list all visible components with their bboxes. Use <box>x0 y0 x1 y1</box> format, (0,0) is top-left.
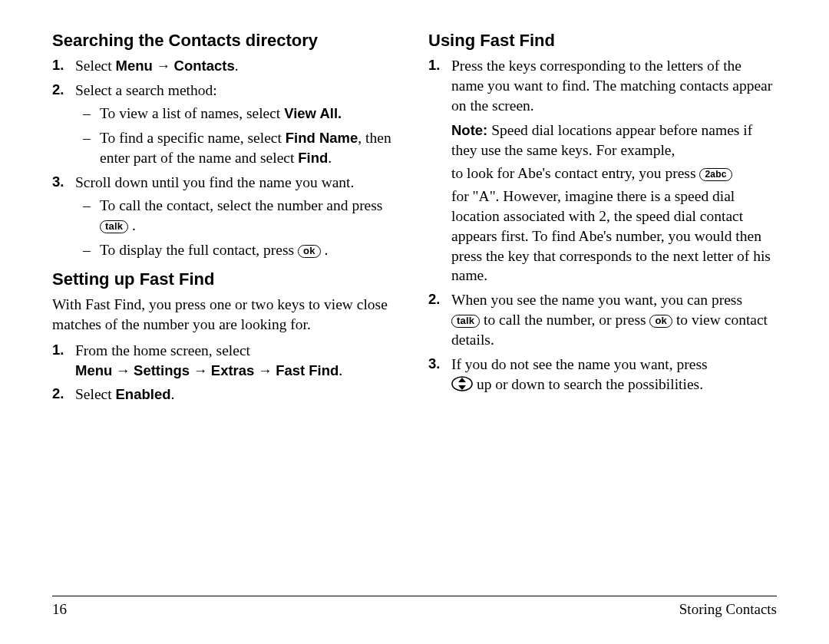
body-text: To call the contact, select the number a… <box>100 197 382 213</box>
body-text: Select <box>75 386 116 402</box>
note-label: Note: <box>451 122 487 138</box>
nav-up-down-icon <box>451 376 473 397</box>
body-text: Speed dial locations appear before names… <box>451 122 752 158</box>
svg-marker-1 <box>458 378 466 382</box>
body-text: From the home screen, select <box>75 342 250 358</box>
step-number: 2. <box>428 290 440 309</box>
path-settings: Settings <box>134 362 190 378</box>
view-all-label: View All. <box>284 105 342 121</box>
two-column-layout: Searching the Contacts directory 1. Sele… <box>52 29 777 644</box>
step-number: 1. <box>52 56 64 75</box>
left-column: Searching the Contacts directory 1. Sele… <box>52 29 401 644</box>
list-item: 2. Select a search method: To view a lis… <box>52 81 401 168</box>
step-number: 2. <box>52 81 64 100</box>
body-text: to look for Abe's contact entry, you pre… <box>451 165 699 181</box>
body-text: Select <box>75 58 116 74</box>
body-text: to call the number, or press <box>480 312 649 328</box>
ok-key-icon: ok <box>649 315 672 328</box>
list-item: To display the full contact, press ok . <box>75 240 401 260</box>
fast-find-intro: With Fast Find, you press one or two key… <box>52 295 401 335</box>
sub-list: To call the contact, select the number a… <box>75 196 401 260</box>
body-text: . <box>171 386 175 402</box>
heading-using-fast-find: Using Fast Find <box>428 29 777 51</box>
body-text: . <box>328 150 332 166</box>
body-text: . <box>128 217 136 233</box>
talk-key-icon: talk <box>451 315 480 328</box>
step-number: 1. <box>428 56 440 75</box>
path-fast-find: Fast Find <box>276 362 339 378</box>
list-item: To find a specific name, select Find Nam… <box>75 128 401 168</box>
using-fast-find-steps: 1. Press the keys corresponding to the l… <box>428 56 777 116</box>
path-extras: Extras <box>211 362 255 378</box>
list-item: 2. When you see the name you want, you c… <box>428 290 777 350</box>
body-text: To find a specific name, select <box>100 130 286 146</box>
list-item: 2. Select Enabled. <box>52 385 401 405</box>
heading-searching-contacts: Searching the Contacts directory <box>52 29 401 51</box>
find-name-label: Find Name <box>286 130 358 146</box>
list-item: 1. From the home screen, select Menu → S… <box>52 341 401 381</box>
list-item: 1. Press the keys corresponding to the l… <box>428 56 777 116</box>
searching-steps: 1. Select Menu → Contacts. 2. Select a s… <box>52 56 401 259</box>
page-number: 16 <box>52 601 67 618</box>
arrow-icon: → <box>112 363 134 378</box>
list-item: To call the contact, select the number a… <box>75 196 401 236</box>
step-number: 1. <box>52 341 64 360</box>
path-menu: Menu <box>75 362 112 378</box>
step-number: 3. <box>52 173 64 192</box>
body-text: When you see the name you want, you can … <box>451 292 742 308</box>
menu-label: Menu <box>116 58 153 74</box>
body-text: To display the full contact, press <box>100 242 298 258</box>
list-item: 3. Scroll down until you find the name y… <box>52 173 401 260</box>
list-item: 1. Select Menu → Contacts. <box>52 56 401 76</box>
arrow-icon: → <box>190 363 211 378</box>
svg-marker-2 <box>458 385 466 390</box>
footer-rule <box>52 596 777 596</box>
body-text: for "A". However, imagine there is a spe… <box>451 187 777 286</box>
body-text: . <box>235 58 239 74</box>
body-text: up or down to search the possibilities. <box>473 376 703 392</box>
enabled-label: Enabled <box>116 386 171 402</box>
body-text: If you do not see the name you want, pre… <box>451 356 708 372</box>
fast-find-steps: 1. From the home screen, select Menu → S… <box>52 341 401 405</box>
using-fast-find-steps-cont: 2. When you see the name you want, you c… <box>428 290 777 397</box>
step-number: 3. <box>428 355 440 374</box>
list-item: 3. If you do not see the name you want, … <box>428 355 777 397</box>
body-text: . <box>321 242 329 258</box>
step-number: 2. <box>52 385 64 404</box>
body-text: . <box>339 362 342 378</box>
body-text: Press the keys corresponding to the lett… <box>451 58 772 114</box>
talk-key-icon: talk <box>100 220 128 233</box>
note-block: Note: Speed dial locations appear before… <box>428 121 777 286</box>
page-footer: 16 Storing Contacts <box>52 596 777 618</box>
two-abc-key-icon: 2abc <box>699 168 732 181</box>
right-column: Using Fast Find 1. Press the keys corres… <box>428 29 777 644</box>
body-text: Select a search method: <box>75 82 217 98</box>
list-item: To view a list of names, select View All… <box>75 104 401 124</box>
section-title: Storing Contacts <box>679 601 777 618</box>
contacts-label: Contacts <box>174 58 235 74</box>
heading-setting-up-fast-find: Setting up Fast Find <box>52 268 401 290</box>
body-text: To view a list of names, select <box>100 105 284 121</box>
ok-key-icon: ok <box>298 245 321 258</box>
arrow-icon: → <box>254 363 276 378</box>
sub-list: To view a list of names, select View All… <box>75 104 401 168</box>
find-label: Find <box>298 150 328 166</box>
body-text: Scroll down until you find the name you … <box>75 174 354 190</box>
arrow-icon: → <box>153 58 174 74</box>
page: Searching the Contacts directory 1. Sele… <box>0 0 829 644</box>
